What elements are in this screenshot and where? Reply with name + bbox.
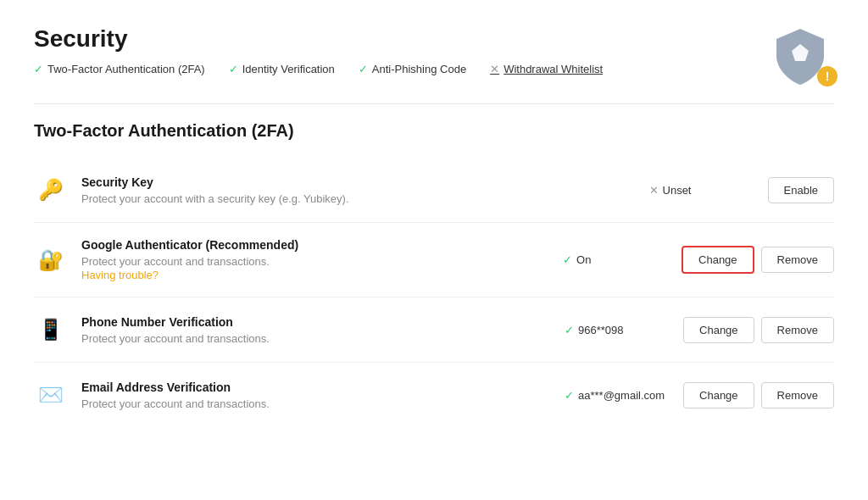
tab-2fa-check-icon: ✓ [34, 63, 43, 75]
tab-identity[interactable]: ✓ Identity Verification [229, 63, 335, 75]
phone-verify-status: ✓ 966**098 [565, 324, 683, 336]
header-divider [34, 103, 834, 104]
google-auth-info: Google Authenticator (Recommended) Prote… [81, 238, 563, 281]
email-verify-info: Email Address Verification Protect your … [81, 381, 565, 410]
tab-withdrawal-x-icon: ✕ [490, 63, 499, 75]
phone-verify-status-check-icon: ✓ [565, 324, 574, 336]
email-verify-change-button[interactable]: Change [683, 382, 754, 408]
google-auth-icon: 🔐 [34, 243, 68, 277]
email-verify-status: ✓ aa***@gmail.com [565, 389, 683, 402]
google-auth-title: Google Authenticator (Recommended) [81, 238, 563, 252]
phone-verify-actions: Change Remove [683, 317, 834, 343]
email-verify-remove-button[interactable]: Remove [761, 382, 834, 408]
google-auth-status-check-icon: ✓ [563, 253, 572, 266]
tab-identity-check-icon: ✓ [229, 63, 238, 75]
google-auth-desc: Protect your account and transactions. [81, 255, 563, 268]
tab-2fa[interactable]: ✓ Two-Factor Authentication (2FA) [34, 63, 205, 75]
tab-withdrawal-label: Withdrawal Whitelist [504, 63, 603, 75]
google-auth-actions: Change Remove [682, 246, 834, 274]
tab-2fa-label: Two-Factor Authentication (2FA) [47, 63, 205, 75]
security-key-enable-button[interactable]: Enable [768, 177, 834, 203]
security-item-google-auth: 🔐 Google Authenticator (Recommended) Pro… [34, 223, 834, 297]
google-auth-change-button[interactable]: Change [682, 246, 754, 274]
shield-warning-container: ! [773, 25, 834, 86]
email-verify-icon: ✉️ [34, 378, 68, 412]
security-key-status-text: Unset [663, 184, 692, 197]
phone-verify-status-text: 966**098 [578, 324, 624, 336]
email-verify-title: Email Address Verification [81, 381, 565, 394]
section-title: Two-Factor Authentication (2FA) [34, 121, 834, 141]
tab-antiphishing[interactable]: ✓ Anti-Phishing Code [359, 63, 466, 75]
google-auth-trouble-link[interactable]: Having trouble? [81, 269, 159, 281]
email-verify-status-check-icon: ✓ [565, 389, 574, 402]
header: Security ✓ Two-Factor Authentication (2F… [34, 25, 834, 86]
security-item-email: ✉️ Email Address Verification Protect yo… [34, 363, 834, 427]
tab-antiphishing-check-icon: ✓ [359, 63, 368, 75]
phone-verify-change-button[interactable]: Change [683, 317, 754, 343]
security-key-desc: Protect your account with a security key… [81, 192, 649, 205]
email-verify-desc: Protect your account and transactions. [81, 397, 565, 410]
email-verify-status-text: aa***@gmail.com [578, 389, 665, 402]
phone-verify-remove-button[interactable]: Remove [761, 317, 834, 343]
phone-verify-title: Phone Number Verification [81, 315, 565, 329]
security-key-status: ✕ Unset [649, 184, 768, 197]
tab-withdrawal[interactable]: ✕ Withdrawal Whitelist [490, 63, 603, 75]
security-key-title: Security Key [81, 175, 649, 189]
security-key-status-x-icon: ✕ [649, 184, 659, 197]
tab-antiphishing-label: Anti-Phishing Code [372, 63, 466, 75]
phone-verify-info: Phone Number Verification Protect your a… [81, 315, 565, 345]
google-auth-status: ✓ On [563, 253, 682, 266]
google-auth-status-text: On [576, 253, 591, 266]
page-title: Security [34, 25, 603, 53]
shield-warning-badge: ! [817, 66, 837, 86]
phone-verify-desc: Protect your account and transactions. [81, 332, 565, 345]
email-verify-actions: Change Remove [683, 382, 834, 408]
security-key-icon: 🔑 [34, 173, 68, 207]
security-item-security-key: 🔑 Security Key Protect your account with… [34, 158, 834, 223]
security-item-phone: 📱 Phone Number Verification Protect your… [34, 297, 834, 363]
phone-verify-icon: 📱 [34, 313, 68, 347]
tab-identity-label: Identity Verification [242, 63, 335, 75]
header-left: Security ✓ Two-Factor Authentication (2F… [34, 25, 603, 75]
google-auth-remove-button[interactable]: Remove [761, 247, 834, 273]
security-key-info: Security Key Protect your account with a… [81, 175, 649, 205]
security-key-actions: Enable [768, 177, 834, 203]
nav-tabs: ✓ Two-Factor Authentication (2FA) ✓ Iden… [34, 63, 603, 75]
page-container: Security ✓ Two-Factor Authentication (2F… [0, 0, 868, 453]
